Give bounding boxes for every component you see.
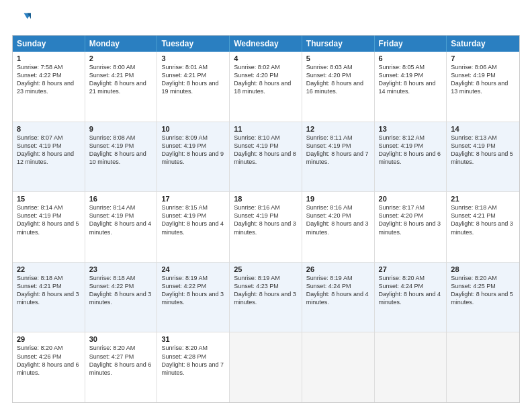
day-number: 14 <box>451 125 515 133</box>
sunset-label: Sunset: 4:26 PM <box>17 353 62 360</box>
day-number: 18 <box>234 195 298 203</box>
daylight-label: Daylight: 8 hours and 21 minutes. <box>89 80 146 95</box>
sunset-label: Sunset: 4:24 PM <box>306 283 351 289</box>
day-info: Sunrise: 8:12 AMSunset: 4:19 PMDaylight:… <box>379 134 443 167</box>
sunrise-label: Sunrise: 8:15 AM <box>161 204 208 211</box>
day-info: Sunrise: 8:19 AMSunset: 4:24 PMDaylight:… <box>306 274 370 307</box>
sunset-label: Sunset: 4:21 PM <box>451 212 496 219</box>
day-number: 27 <box>379 265 443 273</box>
sunset-label: Sunset: 4:19 PM <box>379 72 424 79</box>
daylight-label: Daylight: 8 hours and 12 minutes. <box>17 150 74 165</box>
sunrise-label: Sunrise: 8:20 AM <box>89 345 136 351</box>
day-number: 11 <box>234 125 298 133</box>
calendar-cell: 2Sunrise: 8:00 AMSunset: 4:21 PMDaylight… <box>85 52 158 122</box>
day-info: Sunrise: 8:03 AMSunset: 4:20 PMDaylight:… <box>306 63 370 96</box>
daylight-label: Daylight: 8 hours and 3 minutes. <box>379 220 441 235</box>
day-number: 25 <box>234 265 298 273</box>
sunrise-label: Sunrise: 8:19 AM <box>161 275 208 281</box>
calendar-row: 29Sunrise: 8:20 AMSunset: 4:26 PMDayligh… <box>13 332 519 402</box>
calendar-cell: 1Sunrise: 7:58 AMSunset: 4:22 PMDaylight… <box>13 52 85 122</box>
calendar-cell: 7Sunrise: 8:06 AMSunset: 4:19 PMDaylight… <box>447 52 519 122</box>
calendar-cell-empty <box>230 332 302 402</box>
sunset-label: Sunset: 4:25 PM <box>451 283 496 289</box>
day-info: Sunrise: 8:06 AMSunset: 4:19 PMDaylight:… <box>451 63 515 96</box>
day-number: 5 <box>306 54 370 62</box>
daylight-label: Daylight: 8 hours and 19 minutes. <box>161 80 218 95</box>
sunrise-label: Sunrise: 8:17 AM <box>379 204 425 211</box>
sunrise-label: Sunrise: 8:12 AM <box>379 134 425 141</box>
calendar-row: 15Sunrise: 8:14 AMSunset: 4:19 PMDayligh… <box>13 191 519 262</box>
day-info: Sunrise: 8:13 AMSunset: 4:19 PMDaylight:… <box>451 134 515 167</box>
day-number: 10 <box>161 125 225 133</box>
calendar-cell: 12Sunrise: 8:11 AMSunset: 4:19 PMDayligh… <box>302 122 375 192</box>
sunset-label: Sunset: 4:19 PM <box>89 142 134 149</box>
sunset-label: Sunset: 4:19 PM <box>17 212 62 219</box>
daylight-label: Daylight: 8 hours and 23 minutes. <box>17 80 74 95</box>
day-info: Sunrise: 8:18 AMSunset: 4:21 PMDaylight:… <box>451 203 515 236</box>
day-number: 16 <box>89 195 153 203</box>
calendar-header-cell: Monday <box>85 36 158 52</box>
day-info: Sunrise: 8:10 AMSunset: 4:19 PMDaylight:… <box>234 134 298 167</box>
daylight-label: Daylight: 8 hours and 13 minutes. <box>451 80 508 95</box>
day-info: Sunrise: 8:14 AMSunset: 4:19 PMDaylight:… <box>89 203 153 236</box>
daylight-label: Daylight: 8 hours and 4 minutes. <box>161 220 224 235</box>
sunset-label: Sunset: 4:20 PM <box>306 72 351 79</box>
calendar-cell: 17Sunrise: 8:15 AMSunset: 4:19 PMDayligh… <box>157 192 230 262</box>
sunset-label: Sunset: 4:19 PM <box>451 142 496 149</box>
daylight-label: Daylight: 8 hours and 3 minutes. <box>234 220 296 235</box>
calendar-cell: 25Sunrise: 8:19 AMSunset: 4:23 PMDayligh… <box>230 263 302 332</box>
day-info: Sunrise: 8:19 AMSunset: 4:23 PMDaylight:… <box>234 274 298 307</box>
calendar-header-cell: Saturday <box>447 36 519 52</box>
calendar-cell: 16Sunrise: 8:14 AMSunset: 4:19 PMDayligh… <box>85 192 158 262</box>
daylight-label: Daylight: 8 hours and 3 minutes. <box>451 220 513 235</box>
day-info: Sunrise: 8:16 AMSunset: 4:19 PMDaylight:… <box>234 203 298 236</box>
daylight-label: Daylight: 8 hours and 16 minutes. <box>306 80 363 95</box>
calendar-cell: 3Sunrise: 8:01 AMSunset: 4:21 PMDaylight… <box>157 52 230 122</box>
daylight-label: Daylight: 8 hours and 14 minutes. <box>379 80 436 95</box>
day-number: 4 <box>234 54 298 62</box>
calendar-cell-empty <box>375 332 447 402</box>
sunrise-label: Sunrise: 7:58 AM <box>17 64 63 71</box>
day-info: Sunrise: 8:02 AMSunset: 4:20 PMDaylight:… <box>234 63 298 96</box>
sunset-label: Sunset: 4:22 PM <box>17 72 62 79</box>
calendar-cell: 6Sunrise: 8:05 AMSunset: 4:19 PMDaylight… <box>375 52 447 122</box>
day-info: Sunrise: 8:05 AMSunset: 4:19 PMDaylight:… <box>379 63 443 96</box>
calendar-cell: 27Sunrise: 8:20 AMSunset: 4:24 PMDayligh… <box>375 263 447 332</box>
day-number: 23 <box>89 265 153 273</box>
daylight-label: Daylight: 8 hours and 3 minutes. <box>17 291 79 306</box>
logo <box>12 11 34 30</box>
calendar-cell: 30Sunrise: 8:20 AMSunset: 4:27 PMDayligh… <box>85 332 158 402</box>
day-info: Sunrise: 8:14 AMSunset: 4:19 PMDaylight:… <box>17 203 81 236</box>
day-info: Sunrise: 8:20 AMSunset: 4:24 PMDaylight:… <box>379 274 443 307</box>
sunrise-label: Sunrise: 8:08 AM <box>89 134 136 141</box>
day-info: Sunrise: 8:20 AMSunset: 4:28 PMDaylight:… <box>161 344 225 377</box>
sunrise-label: Sunrise: 8:10 AM <box>234 134 280 141</box>
calendar-cell: 9Sunrise: 8:08 AMSunset: 4:19 PMDaylight… <box>85 122 158 192</box>
day-info: Sunrise: 8:11 AMSunset: 4:19 PMDaylight:… <box>306 134 370 167</box>
daylight-label: Daylight: 8 hours and 8 minutes. <box>234 150 296 165</box>
daylight-label: Daylight: 8 hours and 7 minutes. <box>161 361 224 376</box>
sunrise-label: Sunrise: 8:20 AM <box>451 275 497 281</box>
daylight-label: Daylight: 8 hours and 3 minutes. <box>89 291 152 306</box>
day-number: 6 <box>379 54 443 62</box>
calendar-cell: 26Sunrise: 8:19 AMSunset: 4:24 PMDayligh… <box>302 263 375 332</box>
day-number: 7 <box>451 54 515 62</box>
sunset-label: Sunset: 4:20 PM <box>306 212 351 219</box>
calendar-cell: 4Sunrise: 8:02 AMSunset: 4:20 PMDaylight… <box>230 52 302 122</box>
day-info: Sunrise: 7:58 AMSunset: 4:22 PMDaylight:… <box>17 63 81 96</box>
day-info: Sunrise: 8:07 AMSunset: 4:19 PMDaylight:… <box>17 134 81 167</box>
logo-icon <box>12 11 31 30</box>
day-info: Sunrise: 8:17 AMSunset: 4:20 PMDaylight:… <box>379 203 443 236</box>
calendar-cell: 13Sunrise: 8:12 AMSunset: 4:19 PMDayligh… <box>375 122 447 192</box>
sunset-label: Sunset: 4:19 PM <box>234 142 279 149</box>
daylight-label: Daylight: 8 hours and 6 minutes. <box>89 361 152 376</box>
calendar-header-cell: Friday <box>375 36 447 52</box>
day-info: Sunrise: 8:01 AMSunset: 4:21 PMDaylight:… <box>161 63 225 96</box>
sunrise-label: Sunrise: 8:19 AM <box>234 275 280 281</box>
header <box>12 11 520 30</box>
daylight-label: Daylight: 8 hours and 3 minutes. <box>234 291 296 306</box>
calendar-cell-empty <box>302 332 375 402</box>
calendar-cell: 11Sunrise: 8:10 AMSunset: 4:19 PMDayligh… <box>230 122 302 192</box>
day-number: 15 <box>17 195 81 203</box>
day-number: 24 <box>161 265 225 273</box>
